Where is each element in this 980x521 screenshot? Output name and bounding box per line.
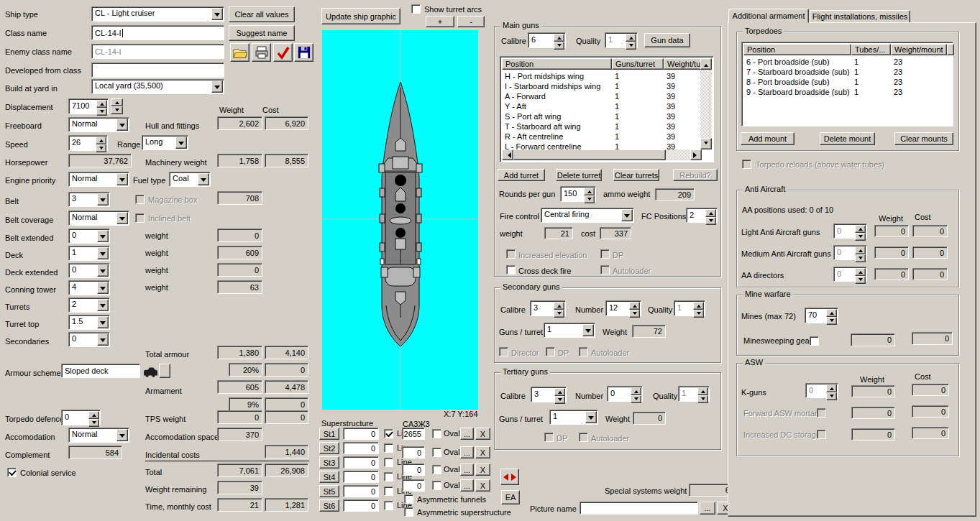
st3-button[interactable]: St3 (319, 456, 339, 469)
column-header-position[interactable]: Position (502, 58, 612, 70)
displacement-fine-stepper[interactable] (111, 98, 123, 114)
picture-browse-button[interactable]: ... (700, 502, 715, 515)
open-file-button[interactable] (230, 43, 249, 62)
scrollbar-thumb[interactable] (513, 149, 666, 160)
pic-value-field-4[interactable]: 0 (402, 479, 425, 492)
main-gun-row[interactable]: S - Port aft wing139 (502, 112, 702, 122)
turrets-select[interactable]: 2 (68, 298, 110, 313)
chevron-down-icon[interactable] (585, 411, 597, 423)
clear-turrets-button[interactable]: Clear turrets (613, 169, 659, 181)
deck-select[interactable]: 1 (68, 246, 110, 261)
browse-button-1[interactable]: ... (460, 428, 474, 440)
torpedo-row[interactable]: 6 - Port broadside (sub)123 (743, 57, 953, 68)
spin-up-icon[interactable] (631, 387, 641, 395)
spin-up-icon[interactable] (697, 387, 708, 395)
oval-checkbox-4[interactable] (432, 481, 441, 490)
spin-down-icon[interactable] (554, 310, 564, 318)
spin-down-icon[interactable] (88, 419, 99, 427)
spin-down-icon[interactable] (629, 310, 640, 318)
rounds-per-gun-stepper[interactable]: 150 (560, 186, 596, 202)
column-header-tubes[interactable]: Tubes/... (851, 44, 891, 55)
main-gun-row[interactable]: T - Starboard aft wing139 (502, 122, 702, 132)
spin-down-icon[interactable] (705, 217, 716, 225)
st6-button[interactable]: St6 (319, 499, 339, 512)
tertiary-calibre-stepper[interactable]: 3 (531, 387, 567, 402)
spin-down-icon[interactable] (631, 395, 641, 403)
chevron-down-icon[interactable] (211, 8, 223, 20)
print-button[interactable] (252, 43, 271, 62)
chevron-down-icon[interactable] (211, 80, 223, 93)
spin-up-icon[interactable] (554, 302, 564, 310)
freeboard-select[interactable]: Normal (68, 117, 129, 132)
chevron-down-icon[interactable] (97, 264, 109, 277)
st5-line-checkbox[interactable] (384, 487, 393, 496)
spin-up-icon[interactable] (626, 34, 636, 42)
spin-up-icon[interactable] (855, 225, 866, 233)
spin-up-icon[interactable] (554, 388, 565, 396)
fire-control-select[interactable]: Central firing (541, 208, 634, 223)
engine-priority-select[interactable]: Normal (68, 172, 129, 187)
secondary-calibre-stepper[interactable]: 3 (530, 300, 566, 316)
tertiary-guns-turret-select[interactable]: 1 (549, 410, 598, 425)
spin-down-icon[interactable] (693, 310, 704, 318)
scroll-right-icon[interactable] (690, 149, 702, 160)
spin-down-icon[interactable] (626, 42, 636, 50)
belt-coverage-select[interactable]: Normal (68, 211, 129, 226)
st2-line-checkbox[interactable] (384, 443, 393, 453)
st5-button[interactable]: St5 (319, 485, 339, 497)
chevron-down-icon[interactable] (175, 137, 187, 149)
zoom-out-button[interactable]: - (457, 16, 485, 27)
torpedo-row[interactable]: 7 - Starboard broadside (sub)123 (743, 68, 953, 78)
secondary-number-stepper[interactable]: 12 (605, 300, 641, 316)
mines-stepper[interactable]: 70 (805, 308, 838, 323)
column-header-position[interactable]: Position (743, 44, 851, 55)
browse-button-4[interactable]: ... (460, 479, 474, 492)
column-header-guns[interactable]: Guns/turret (612, 58, 664, 70)
torpedo-defence-stepper[interactable]: 0 (61, 410, 101, 425)
chevron-down-icon[interactable] (97, 193, 109, 206)
chevron-down-icon[interactable] (97, 299, 109, 311)
scroll-up-icon[interactable] (700, 58, 712, 70)
main-calibre-stepper[interactable]: 6 (528, 32, 566, 48)
swap-view-button[interactable] (500, 469, 519, 485)
chevron-down-icon[interactable] (97, 247, 109, 259)
spin-down-icon[interactable] (554, 42, 564, 50)
spin-down-icon[interactable] (826, 317, 837, 325)
clear-all-values-button[interactable]: Clear all values (229, 6, 295, 22)
spin-up-icon[interactable] (693, 302, 704, 310)
pic-value-field-3[interactable]: 0 (402, 464, 425, 476)
spin-down-icon[interactable] (826, 392, 837, 400)
belt-select[interactable]: 3 (68, 192, 110, 207)
spin-up-icon[interactable] (584, 188, 595, 195)
main-gun-row[interactable]: A - Forward139 (502, 92, 702, 102)
chevron-down-icon[interactable] (116, 429, 128, 441)
secondary-guns-turret-select[interactable]: 1 (544, 323, 595, 338)
browse-button-2[interactable]: ... (460, 446, 474, 458)
clear-button-4[interactable]: X (475, 479, 490, 492)
chevron-down-icon[interactable] (97, 316, 109, 328)
cross-deck-fire-checkbox[interactable] (506, 265, 516, 275)
fc-positions-stepper[interactable]: 2 (686, 208, 718, 223)
st2-button[interactable]: St2 (319, 442, 339, 454)
spin-up-icon[interactable] (111, 98, 123, 106)
st1-value-field[interactable]: 0 (343, 428, 379, 440)
clear-button-3[interactable]: X (475, 464, 490, 476)
asymmetric-superstructure-checkbox[interactable] (404, 507, 413, 517)
oval-checkbox-1[interactable] (432, 429, 441, 438)
conning-tower-select[interactable]: 4 (68, 280, 110, 295)
gun-data-button[interactable]: Gun data (644, 33, 690, 47)
minesweeping-checkbox[interactable] (810, 336, 819, 346)
accomodation-select[interactable]: Normal (68, 428, 129, 443)
speed-stepper[interactable]: 26 (68, 135, 108, 151)
spin-up-icon[interactable] (88, 411, 99, 419)
chevron-down-icon[interactable] (198, 173, 209, 185)
zoom-in-button[interactable]: + (426, 16, 454, 27)
st3-value-field[interactable]: 0 (343, 456, 379, 469)
fuel-type-select[interactable]: Coal (169, 172, 211, 187)
ship-type-select[interactable]: CL - Light cruiser (91, 6, 224, 22)
colonial-service-checkbox[interactable] (7, 468, 17, 477)
tab-additional-armament[interactable]: Additional armament (728, 9, 809, 23)
clear-button-1[interactable]: X (475, 428, 490, 440)
torpedo-row[interactable]: 8 - Port broadside (sub)123 (743, 78, 953, 88)
pic-value-field-1[interactable]: 2655 (402, 428, 425, 440)
